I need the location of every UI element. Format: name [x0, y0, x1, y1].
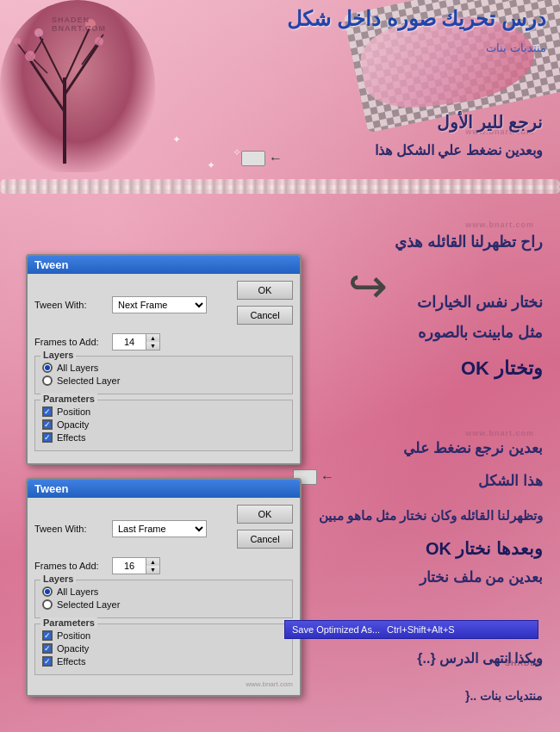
position-checkbox-2[interactable] [42, 630, 53, 641]
svg-line-1 [30, 60, 65, 112]
arrow-icon-2: ← [320, 469, 334, 485]
selected-layer-radio-1[interactable]: Selected Layer [42, 375, 285, 386]
effects-checkbox-2[interactable] [42, 656, 53, 667]
svg-point-11 [34, 28, 43, 37]
save-shortcut: Ctrl+Shift+Alt+S [387, 624, 455, 635]
selected-layer-radio-2[interactable]: Selected Layer [42, 599, 285, 610]
opacity-row-2[interactable]: Opacity [42, 643, 285, 654]
ok-button-2[interactable]: OK [237, 505, 293, 524]
frames-up-2[interactable]: ▲ [146, 558, 159, 566]
selected-layer-radio-btn-1[interactable] [42, 375, 53, 386]
tween-with-label-2: Tween With: [34, 524, 112, 534]
tween-dialog-1: Tween Tween With: Next Frame Last Frame … [26, 254, 302, 465]
arabic-line-10: ويكذا انتهى الدرس {..} [417, 650, 543, 667]
layers-group-title-1: Layers [40, 350, 76, 360]
position-row-2[interactable]: Position [42, 630, 285, 641]
all-layers-radio-1[interactable]: All Layers [42, 363, 285, 373]
frames-input-2[interactable] [112, 557, 146, 574]
params-group-2: Parameters Position Opacity Effects [34, 623, 293, 675]
params-group-1: Parameters Position Opacity Effects [34, 400, 293, 451]
position-checkbox-1[interactable] [42, 406, 53, 417]
effects-label-1: Effects [57, 432, 85, 443]
frames-label-2: Frames to Add: [34, 561, 112, 571]
tween-with-select-1[interactable]: Next Frame Last Frame First Frame [112, 296, 207, 313]
tween-dialog-2: Tween Tween With: Next Frame Last Frame … [26, 478, 302, 697]
svg-point-10 [95, 37, 103, 46]
all-layers-radio-btn-2[interactable] [42, 586, 53, 597]
arabic-line-3: راح تظهرلنا القائله هذي [395, 233, 543, 251]
ok-button-1[interactable]: OK [237, 281, 293, 300]
layers-group-title-2: Layers [40, 574, 76, 584]
effects-row-2[interactable]: Effects [42, 656, 285, 667]
all-layers-radio-btn-1[interactable] [42, 363, 53, 373]
cancel-button-2[interactable]: Cancel [237, 530, 293, 549]
save-bar[interactable]: Save Optimized As... Ctrl+Shift+Alt+S [284, 620, 538, 639]
frames-input-1[interactable] [112, 333, 146, 350]
sparkle-2: ✦ [207, 159, 215, 171]
all-layers-radio-2[interactable]: All Layers [42, 586, 285, 597]
svg-point-13 [14, 38, 21, 45]
watermark-mid2: www.bnart.com [465, 220, 534, 229]
watermark-lower: www.bnart.com [465, 429, 534, 437]
tween-with-label-1: Tween With: [34, 300, 112, 310]
opacity-checkbox-1[interactable] [42, 419, 53, 430]
arabic-line-4: نختار نفس الخيارات [417, 293, 543, 312]
layers-group-2: Layers All Layers Selected Layer [34, 580, 293, 618]
effects-checkbox-1[interactable] [42, 432, 53, 443]
arabic-line-9: بعدين من ملف نختار [420, 568, 543, 586]
small-box-1 [241, 151, 265, 166]
arabic-line-6: بعدين نرجع نضغط علي [403, 439, 543, 457]
frames-label-1: Frames to Add: [34, 337, 112, 347]
page-subtitle: منتديات بنات [486, 41, 546, 54]
watermark-top-left: SHADENBNART.COM [52, 16, 106, 33]
frames-up-1[interactable]: ▲ [146, 334, 159, 342]
position-row-1[interactable]: Position [42, 406, 285, 417]
arabic-line-1: نرجع للير الأول [437, 112, 543, 133]
tween-dialog-2-title: Tween [28, 480, 300, 498]
layers-group-1: Layers All Layers Selected Layer [34, 356, 293, 394]
tween-dialog-1-title: Tween [28, 256, 300, 274]
watermark-dialog-2: www.bnart.com [34, 680, 293, 688]
all-layers-label-2: All Layers [57, 586, 98, 597]
arabic-line-2: وبعدين نضغط علي الشكل هذا [375, 142, 543, 158]
params-group-title-2: Parameters [40, 617, 97, 628]
position-label-1: Position [57, 406, 90, 417]
selected-layer-label-2: Selected Layer [57, 599, 120, 610]
effects-row-1[interactable]: Effects [42, 432, 285, 443]
page-title: درس تحريك صوره داخل شكل [287, 7, 546, 31]
svg-point-9 [25, 51, 35, 61]
opacity-label-2: Opacity [57, 643, 89, 654]
frames-down-1[interactable]: ▼ [146, 342, 159, 350]
pearl-line-2 [0, 185, 560, 194]
curve-arrow: ↩ [348, 258, 388, 313]
opacity-checkbox-2[interactable] [42, 643, 53, 654]
arabic-line-7: هذا الشكل [478, 472, 543, 490]
selected-layer-label-1: Selected Layer [57, 375, 120, 386]
arabic-ok-1: وتختار OK [461, 357, 543, 380]
arabic-line-8: وتظهرلنا القائله وكان نختار مثل ماهو مبي… [319, 508, 543, 524]
sparkle-1: ✦ [172, 133, 181, 146]
tween-with-select-2[interactable]: Next Frame Last Frame First Frame [112, 520, 207, 537]
arrow-element-1: ← [241, 151, 286, 166]
effects-label-2: Effects [57, 656, 85, 667]
selected-layer-radio-btn-2[interactable] [42, 599, 53, 610]
frames-down-2[interactable]: ▼ [146, 566, 159, 574]
arabic-ok-2: وبعدها نختار OK [426, 538, 543, 559]
all-layers-label-1: All Layers [57, 363, 98, 373]
save-label: Save Optimized As... [292, 624, 380, 635]
arrow-icon-1: ← [269, 151, 283, 166]
opacity-row-1[interactable]: Opacity [42, 419, 285, 430]
opacity-label-1: Opacity [57, 419, 89, 430]
arabic-line-11: منتديات بنات ..{ [465, 689, 543, 703]
cancel-button-1[interactable]: Cancel [237, 306, 293, 325]
sparkle-3: ✧ [233, 146, 241, 158]
params-group-title-1: Parameters [40, 394, 97, 404]
arabic-line-5: مثل مابينت بالصوره [418, 323, 543, 342]
position-label-2: Position [57, 630, 90, 641]
